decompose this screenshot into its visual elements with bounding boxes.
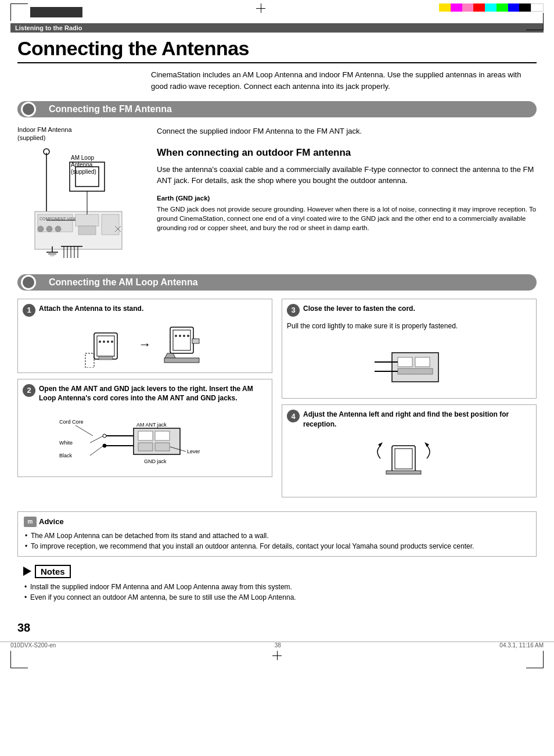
step-3-num: 3 — [287, 304, 300, 317]
svg-text:AM Loop: AM Loop — [71, 155, 94, 161]
step1-svg-after — [159, 321, 211, 368]
step-4-num: 4 — [287, 410, 300, 422]
svg-line-61 — [90, 446, 103, 456]
step-4-diagram — [287, 434, 531, 492]
svg-text:AM ANT jack: AM ANT jack — [136, 422, 167, 428]
svg-rect-37 — [85, 353, 94, 368]
earth-text: The GND jack does not provide secure gro… — [157, 205, 537, 232]
notes-item-1: Install the supplied indoor FM Antenna a… — [23, 582, 531, 592]
step2-svg: AM ANT jack Lever GND jack Cord Core — [58, 408, 232, 472]
step1-svg-before — [80, 321, 132, 368]
advice-title-text: Advice — [39, 517, 64, 526]
svg-line-57 — [75, 425, 93, 436]
am-right-steps: 3 Close the lever to fasten the cord. Pu… — [282, 299, 537, 503]
corner-mark-bottom-right — [526, 651, 544, 668]
advice-list: The AM Loop Antenna can be detached from… — [24, 531, 530, 551]
step-1-num: 1 — [23, 304, 35, 317]
step-3-box: 3 Close the lever to fasten the cord. Pu… — [282, 299, 537, 399]
page-title: Connecting the Antennas — [17, 37, 537, 63]
footer-center: 38 — [275, 642, 281, 648]
step-4-header: 4 Adjust the Antenna left and right and … — [287, 410, 531, 429]
notes-list: Install the supplied indoor FM Antenna a… — [23, 582, 531, 603]
step-1-box: 1 Attach the Antenna to its stand. — [17, 299, 272, 373]
notes-item-2: Even if you connect an outdoor AM antenn… — [23, 592, 531, 603]
intro-text: CinemaStation includes an AM Loop Antenn… — [151, 69, 537, 92]
svg-text:White: White — [59, 440, 73, 446]
svg-rect-73 — [386, 471, 421, 474]
notes-box: Notes Install the supplied indoor FM Ant… — [17, 562, 537, 607]
svg-point-10 — [38, 226, 44, 232]
svg-point-43 — [187, 335, 189, 337]
svg-point-42 — [183, 335, 185, 337]
svg-point-12 — [55, 226, 61, 232]
svg-rect-66 — [398, 357, 412, 367]
svg-text:GND jack: GND jack — [144, 458, 167, 464]
svg-text:Black: Black — [59, 453, 73, 458]
svg-rect-65 — [392, 353, 438, 382]
svg-rect-71 — [392, 446, 415, 472]
header-bar-text: Listening to the Radio — [15, 24, 82, 31]
svg-rect-31 — [97, 336, 114, 356]
svg-rect-47 — [138, 431, 153, 440]
bottom-crosshair — [272, 651, 282, 660]
svg-point-41 — [179, 335, 181, 337]
advice-icon: m — [24, 517, 37, 527]
corner-mark-bottom-left — [10, 651, 28, 668]
fm-connect-text: Connect the supplied indoor FM Antenna t… — [157, 126, 537, 137]
svg-point-63 — [103, 434, 106, 438]
svg-point-33 — [103, 341, 105, 343]
earth-title: Earth (GND jack) — [157, 194, 537, 203]
svg-text:Lever: Lever — [187, 449, 200, 454]
step-3-body: Pull the cord lightly to make sure it is… — [287, 321, 531, 331]
svg-point-35 — [111, 341, 113, 343]
page-number: 38 — [0, 619, 554, 637]
step-4-box: 4 Adjust the Antenna left and right and … — [282, 404, 537, 497]
fm-diagram: Indoor FM Antenna(supplied) AM Loop Ante… — [17, 126, 145, 263]
step-3-text: Close the lever to fasten the cord. — [303, 304, 415, 314]
notes-arrow-icon — [23, 567, 31, 576]
step-2-header: 2 Open the AM ANT and GND jack levers to… — [23, 384, 267, 404]
advice-item-1: The AM Loop Antenna can be detached from… — [24, 531, 530, 541]
step4-svg — [363, 434, 456, 492]
svg-marker-74 — [378, 442, 383, 447]
svg-rect-45 — [192, 339, 199, 343]
svg-point-64 — [103, 444, 106, 447]
fm-section-title: Connecting the FM Antenna — [49, 104, 172, 114]
svg-rect-50 — [155, 443, 170, 451]
notes-title-area: Notes — [23, 565, 531, 578]
section-dot-am — [21, 275, 36, 290]
am-section-content: 1 Attach the Antenna to its stand. — [17, 299, 537, 503]
step-3-header: 3 Close the lever to fasten the cord. — [287, 304, 531, 317]
svg-rect-67 — [415, 357, 430, 367]
footer-bar: 010DVX-S200-en 38 04.3.1, 11:16 AM — [0, 642, 554, 648]
section-dot-fm — [21, 102, 36, 117]
outdoor-fm-text: Use the antenna's coaxial cable and a co… — [157, 164, 537, 187]
footer-right: 04.3.1, 11:16 AM — [499, 642, 544, 648]
bottom-marks — [0, 648, 554, 671]
footer-left: 010DVX-S200-en — [10, 642, 56, 648]
step-1-text: Attach the Antenna to its stand. — [39, 304, 143, 314]
svg-text:(supplied): (supplied) — [71, 169, 96, 175]
svg-rect-68 — [398, 368, 433, 374]
step-2-box: 2 Open the AM ANT and GND jack levers to… — [17, 379, 272, 478]
advice-box: m Advice The AM Loop Antenna can be deta… — [17, 511, 537, 557]
earth-section: Earth (GND jack) The GND jack does not p… — [157, 194, 537, 232]
svg-point-34 — [107, 341, 109, 343]
svg-text:Antenna: Antenna — [71, 162, 93, 168]
step3-svg — [363, 335, 456, 393]
step1-arrow: → — [139, 337, 152, 352]
notes-title-text: Notes — [35, 565, 71, 578]
step-4-text: Adjust the Antenna left and right and fi… — [303, 410, 531, 429]
fm-section-content: Indoor FM Antenna(supplied) AM Loop Ante… — [17, 126, 537, 263]
svg-rect-15 — [102, 214, 119, 235]
svg-point-32 — [99, 341, 101, 343]
svg-rect-48 — [155, 431, 170, 440]
step-2-num: 2 — [23, 384, 35, 397]
step-1-diagram: → — [23, 321, 267, 368]
step-1-header: 1 Attach the Antenna to its stand. — [23, 304, 267, 317]
am-left-steps: 1 Attach the Antenna to its stand. — [17, 299, 272, 503]
am-section-header: Connecting the AM Loop Antenna — [17, 274, 537, 291]
svg-rect-36 — [99, 356, 113, 360]
svg-rect-72 — [395, 449, 412, 469]
svg-line-59 — [90, 436, 103, 443]
